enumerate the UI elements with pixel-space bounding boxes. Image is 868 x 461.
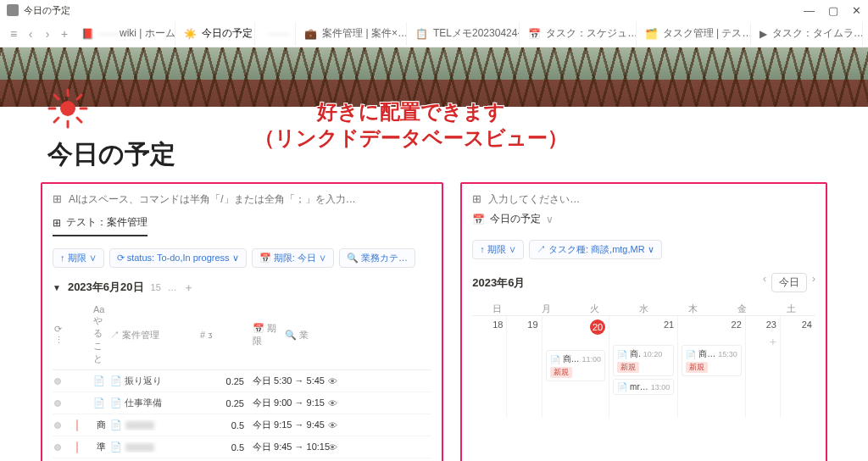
calendar-view-tab[interactable]: 📅 今日の予定 ∨ xyxy=(472,212,554,226)
filter-chip[interactable]: ↗ タスク種: 商談,mtg,MR ∨ xyxy=(529,240,662,259)
page-icon[interactable] xyxy=(47,88,88,129)
filter-chip[interactable]: 🔍 業務カテ… xyxy=(339,248,415,268)
left-view-tab[interactable]: ⊞テスト：案件管理 xyxy=(53,212,147,236)
tab[interactable]: ▶タスク：タイムラ… xyxy=(751,22,863,46)
group-header[interactable]: ▼ 2023年6月20日 15 … + xyxy=(53,280,431,295)
cal-today-button[interactable]: 今日 xyxy=(771,273,807,292)
right-search-input[interactable] xyxy=(488,193,815,205)
table-header: ⟳ ⋮ Aa やること ↗ 案件管理 # ᴣ 📅 期限 🔍 業 xyxy=(53,300,431,370)
calendar-day[interactable]: 19 xyxy=(507,316,542,418)
svg-line-5 xyxy=(54,95,58,99)
table-row[interactable]: 準備：商談📄 0.5今日 9:45 → 10:15👁 xyxy=(53,436,431,458)
calendar-event[interactable]: 📄 商… 11:00新規 xyxy=(546,350,606,381)
tab[interactable]: 🗂️タスク管理 | テス… xyxy=(637,22,751,46)
weekday-label: 日 xyxy=(472,303,521,315)
weekday-label: 金 xyxy=(717,303,766,315)
app-icon xyxy=(7,4,19,16)
weekday-label: 木 xyxy=(669,303,718,315)
collapse-icon[interactable]: ▼ xyxy=(53,283,61,292)
add-row-icon[interactable]: + xyxy=(186,281,192,294)
calendar-day[interactable]: 22📄 商… 15:30新規 xyxy=(678,316,746,418)
table-row[interactable]: 商談準備：サンプル・📄 0.5今日 9:15 → 9:45👁 xyxy=(53,414,431,436)
new-tab-button[interactable]: + xyxy=(56,25,73,42)
calendar-day[interactable]: 18 xyxy=(472,316,507,418)
nav-back-icon[interactable]: ‹ xyxy=(22,25,39,42)
filter-chip[interactable]: ↑ 期限 ∨ xyxy=(472,240,524,259)
calendar-day[interactable]: 24 xyxy=(781,316,815,418)
table-row[interactable]: 📄今日やること📄 仕事準備0.25今日 9:00 → 9:15👁 xyxy=(53,392,431,414)
calendar-event[interactable]: 📄 商… 15:30新規 xyxy=(682,345,742,376)
nav-forward-icon[interactable]: › xyxy=(39,25,56,42)
tab[interactable]: 💼案件管理 | 案件×… xyxy=(296,22,407,46)
table-icon: ⊞ xyxy=(472,192,481,205)
filter-chip[interactable]: ⟳ status: To-do,In progress ∨ xyxy=(109,248,247,268)
svg-line-6 xyxy=(77,118,81,122)
page-header: 今日の予定 好きに配置できます （リンクドデータベースビュー） xyxy=(0,107,868,172)
close-button[interactable]: ✕ xyxy=(852,4,861,17)
cal-next-icon[interactable]: › xyxy=(812,273,815,292)
calendar-event[interactable]: 📄 mr… 13:00 xyxy=(613,379,674,395)
table-icon: ⊞ xyxy=(53,192,62,205)
filter-chip[interactable]: ↑ 期限 ∨ xyxy=(53,248,104,268)
tab[interactable]: 📅タスク：スケジュ… xyxy=(520,22,636,46)
window-controls: ― ▢ ✕ xyxy=(804,4,861,17)
left-search-input[interactable] xyxy=(69,193,431,205)
annotation-text: 好きに配置できます （リンクドデータベースビュー） xyxy=(254,98,568,151)
cal-prev-icon[interactable]: ‹ xyxy=(763,273,766,292)
calendar-event[interactable]: 📄 商. 10:20新規 xyxy=(613,345,674,376)
weekday-label: 火 xyxy=(570,303,620,315)
minimize-button[interactable]: ― xyxy=(804,4,815,17)
svg-line-7 xyxy=(54,118,58,122)
calendar-month: 2023年6月 xyxy=(472,275,525,291)
menu-icon[interactable]: ≡ xyxy=(5,25,22,42)
table-row[interactable]: 📄振り返り：昨日フ📄 振り返り0.25今日 5:30 → 5:45👁 xyxy=(53,370,431,392)
tab[interactable]: 📕—— wiki | ホーム xyxy=(73,22,175,46)
tab[interactable]: 📋TELメモ20230424- xyxy=(407,22,520,46)
calendar-day[interactable]: 20📄 商… 11:00新規 xyxy=(542,316,610,418)
filter-chip[interactable]: 📅 期限: 今日 ∨ xyxy=(252,248,334,268)
weekday-label: 月 xyxy=(521,303,570,315)
tab[interactable]: —— xyxy=(255,22,296,46)
add-event-icon[interactable]: + xyxy=(770,335,776,348)
linked-db-right: ⊞ 📅 今日の予定 ∨ ↑ 期限 ∨↗ タスク種: 商談,mtg,MR ∨ 20… xyxy=(460,182,827,461)
calendar-day[interactable]: 23+ xyxy=(746,316,781,418)
svg-line-8 xyxy=(77,95,81,99)
weekday-label: 水 xyxy=(620,303,669,315)
weekday-label: 土 xyxy=(766,303,815,315)
window-titlebar: 今日の予定 ― ▢ ✕ xyxy=(0,0,868,20)
linked-db-left: ⊞ ⊞テスト：案件管理 ↑ 期限 ∨⟳ status: To-do,In pro… xyxy=(41,182,443,461)
maximize-button[interactable]: ▢ xyxy=(828,4,838,17)
calendar-day[interactable]: 21📄 商. 10:20新規📄 mr… 13:00 xyxy=(609,316,678,418)
tab-strip: ≡ ‹ › + 📕—— wiki | ホーム☀️今日の予定—— 💼案件管理 | … xyxy=(0,20,868,47)
tab[interactable]: ☀️今日の予定 xyxy=(175,22,255,46)
svg-point-0 xyxy=(60,101,75,116)
page-title[interactable]: 今日の予定 xyxy=(47,137,175,172)
window-title: 今日の予定 xyxy=(24,4,70,17)
